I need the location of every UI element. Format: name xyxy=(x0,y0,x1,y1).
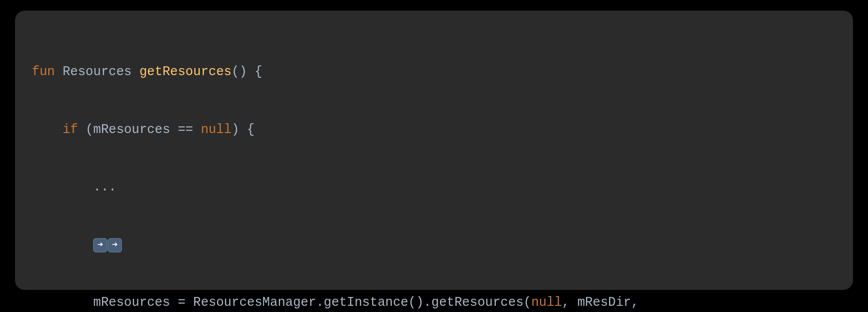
identifier: mResources xyxy=(93,122,170,137)
code-line: if (mResources == null) { xyxy=(32,120,836,140)
method-chain: ResourcesManager.getInstance().getResour… xyxy=(193,295,531,310)
code-line: ... xyxy=(32,178,836,197)
keyword-if: if xyxy=(63,122,78,137)
identifier: mResources xyxy=(93,295,170,310)
code-line: fun Resources getResources() { xyxy=(32,62,836,82)
parens: () xyxy=(232,65,247,79)
brace-open: { xyxy=(247,65,262,79)
code-line: mResources = ResourcesManager.getInstanc… xyxy=(32,293,836,312)
function-name: getResources xyxy=(140,65,232,79)
equals-operator: == xyxy=(170,122,201,137)
ellipsis: ... xyxy=(93,180,116,194)
type-name: Resources xyxy=(63,65,132,79)
code-snippet-box: fun Resources getResources() { if (mReso… xyxy=(15,11,853,290)
arrow-right-icon: ➔ xyxy=(93,238,107,252)
keyword-null: null xyxy=(531,295,562,310)
keyword-fun: fun xyxy=(32,65,55,79)
keyword-null: null xyxy=(201,122,232,137)
code-line: ➔➔ xyxy=(32,236,836,255)
arrow-right-icon: ➔ xyxy=(108,238,122,252)
